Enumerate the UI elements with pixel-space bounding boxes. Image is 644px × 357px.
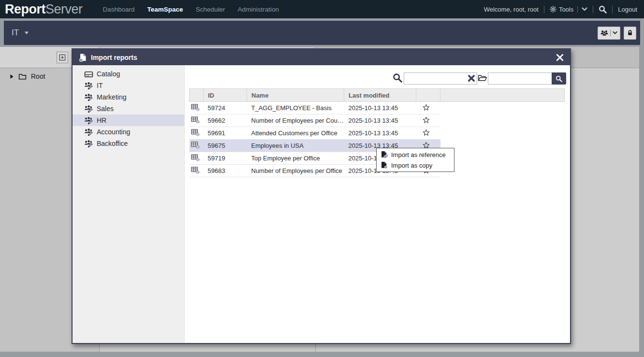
report-id: 59662 <box>204 114 247 127</box>
folder-label: HR <box>97 116 106 124</box>
logout-link[interactable]: Logout <box>618 6 637 13</box>
main-nav: DashboardTeamSpaceSchedulerAdministratio… <box>103 6 279 13</box>
report-id: 59691 <box>204 127 247 140</box>
context-menu-item-import-as-copy[interactable]: Import as copy <box>377 160 454 171</box>
folder-item-it[interactable]: IT <box>73 80 184 91</box>
context-menu-item-import-as-reference[interactable]: Import as reference <box>377 149 454 160</box>
logo-light: Server <box>45 2 83 16</box>
teamspace-icon <box>84 105 93 113</box>
column-header-last-modified[interactable]: Last modified <box>344 89 416 102</box>
table-header-row: IDNameLast modified <box>190 89 565 102</box>
folder-open-icon[interactable] <box>477 73 487 82</box>
teamspace-members-button[interactable] <box>598 27 620 40</box>
reportserver-app: ReportServer DashboardTeamSpaceScheduler… <box>0 0 644 357</box>
teamspace-icon <box>84 82 93 90</box>
path-search-input[interactable] <box>488 72 552 85</box>
teamspace-security-button[interactable] <box>624 27 636 40</box>
teamspace-current-label: IT <box>12 28 19 38</box>
separator <box>577 6 578 13</box>
teamspace-icon <box>84 93 93 101</box>
nav-dashboard[interactable]: Dashboard <box>103 6 135 13</box>
nav-scheduler[interactable]: Scheduler <box>196 6 225 13</box>
report-name: Top Employee per Office <box>247 152 344 165</box>
report-row[interactable]: 59724 T_AGG_EMPLOYEE - Basis 2025-10-13 … <box>190 102 565 114</box>
catalog-icon <box>84 70 93 78</box>
folder-item-catalog[interactable]: Catalog <box>73 68 184 80</box>
report-icon <box>191 154 201 161</box>
star-outline-icon[interactable] <box>423 116 430 124</box>
gear-icon <box>550 6 556 13</box>
report-name: Number of Employees per Cou… <box>247 114 344 127</box>
clear-x-icon[interactable] <box>468 74 475 82</box>
folder-item-hr[interactable]: HR <box>73 114 184 126</box>
context-menu-label: Import as copy <box>391 162 432 169</box>
separator <box>593 6 593 13</box>
column-header <box>190 89 204 102</box>
empty-cell <box>440 152 565 165</box>
star-outline-icon[interactable] <box>423 129 430 136</box>
search-button[interactable] <box>552 72 566 85</box>
report-id: 59683 <box>204 165 247 177</box>
global-search-button[interactable] <box>599 5 607 14</box>
report-grid-area: IDNameLast modified 59724 T_AGG_EMPLOYEE… <box>185 65 570 343</box>
report-row[interactable]: 59662 Number of Employees per Cou… 2025-… <box>190 114 565 127</box>
empty-cell <box>440 102 565 114</box>
folder-label: Backoffice <box>97 140 128 147</box>
folder-item-backoffice[interactable]: Backoffice <box>73 138 184 149</box>
report-name: T_AGG_EMPLOYEE - Basis <box>247 102 344 114</box>
report-id: 59724 <box>204 102 247 114</box>
import-reports-dialog: Import reports Catalog IT Marketing Sale… <box>72 48 571 344</box>
column-header-id[interactable]: ID <box>204 89 247 102</box>
folder-item-sales[interactable]: Sales <box>73 103 184 114</box>
separator <box>612 6 613 13</box>
empty-cell <box>440 140 565 152</box>
empty-cell <box>440 114 565 127</box>
top-header: ReportServer DashboardTeamSpaceScheduler… <box>0 0 644 18</box>
report-row[interactable]: 59691 Attended Customers per Office 2025… <box>190 127 565 140</box>
expand-plus-icon <box>59 54 66 61</box>
chevron-down-icon <box>613 31 617 35</box>
nav-administration[interactable]: Administration <box>237 6 279 13</box>
report-icon <box>191 116 201 124</box>
empty-cell <box>440 165 565 177</box>
doc-copy-icon <box>380 161 388 169</box>
logo-bold: Report <box>5 2 45 16</box>
expand-tree-button[interactable] <box>57 52 68 63</box>
chevron-down-icon <box>582 6 587 12</box>
document-plus-icon <box>78 53 87 62</box>
dialog-title: Import reports <box>91 54 137 61</box>
folder-label: Sales <box>97 105 114 113</box>
report-id: 59675 <box>204 140 247 152</box>
teamspace-actions <box>598 27 636 40</box>
report-modified: 2025-10-13 13:45 <box>344 114 416 127</box>
teamspace-icon <box>84 128 93 136</box>
teamspace-bar: IT <box>4 21 640 45</box>
tools-menu-button[interactable]: Tools <box>550 6 587 13</box>
tools-label: Tools <box>559 6 573 13</box>
report-name: Employees in USA <box>247 140 344 152</box>
report-name: Number of Employees per Office <box>247 165 344 177</box>
welcome-text: Welcome, root, root <box>484 6 539 13</box>
users-icon <box>600 29 608 36</box>
report-name: Attended Customers per Office <box>247 127 344 140</box>
report-icon <box>191 103 201 111</box>
separator <box>544 6 544 13</box>
close-icon[interactable] <box>556 53 564 62</box>
header-right: Welcome, root, root Tools Logout <box>484 5 644 14</box>
column-header <box>416 89 440 102</box>
search-icon <box>393 73 402 83</box>
teamspace-icon <box>84 140 93 148</box>
folder-item-accounting[interactable]: Accounting <box>73 126 184 138</box>
star-outline-icon[interactable] <box>423 104 430 111</box>
teamspace-selector[interactable]: IT <box>12 28 29 38</box>
import-context-menu: Import as reference Import as copy <box>376 148 454 172</box>
filter-input-wrap <box>404 72 477 85</box>
nav-teamspace[interactable]: TeamSpace <box>147 6 183 13</box>
search-icon <box>556 75 562 82</box>
folder-item-marketing[interactable]: Marketing <box>73 91 184 103</box>
report-modified: 2025-10-13 13:45 <box>344 102 416 114</box>
lock-icon <box>627 29 633 36</box>
column-header-name[interactable]: Name <box>247 89 344 102</box>
folder-label: IT <box>97 82 102 89</box>
filter-input[interactable] <box>404 72 477 85</box>
